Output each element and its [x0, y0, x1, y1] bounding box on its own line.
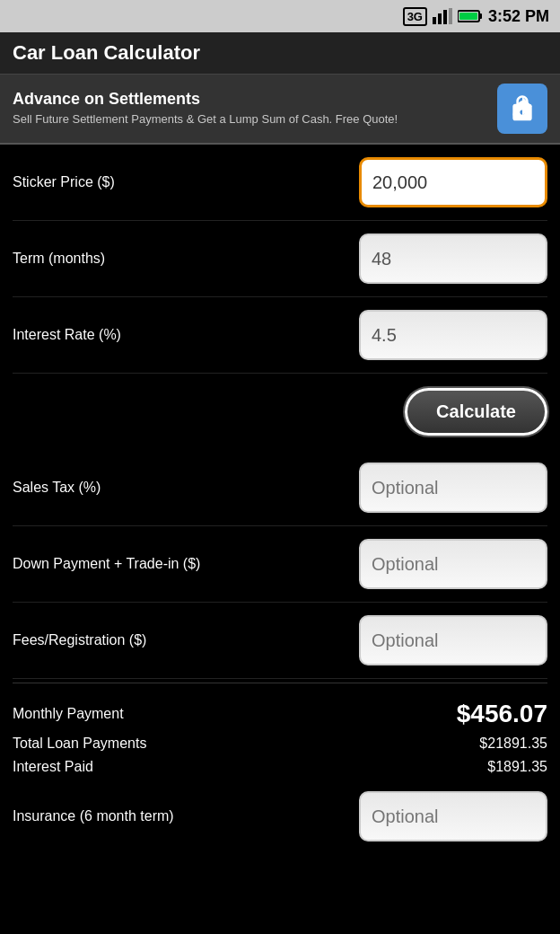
sales-tax-label: Sales Tax (%) — [13, 480, 359, 496]
insurance-row: Insurance (6 month term) — [13, 779, 547, 847]
svg-rect-3 — [449, 8, 452, 24]
network-3g-icon: 3G — [403, 7, 427, 26]
monthly-payment-row: Monthly Payment $456.07 — [13, 696, 547, 732]
calculate-button[interactable]: Calculate — [405, 388, 547, 436]
forward-icon — [508, 94, 537, 123]
insurance-input[interactable] — [359, 791, 547, 841]
total-loan-label: Total Loan Payments — [13, 736, 146, 752]
title-bar: Car Loan Calculator — [0, 32, 560, 75]
ad-subtitle: Sell Future Settlement Payments & Get a … — [13, 112, 398, 128]
svg-rect-6 — [459, 13, 477, 20]
sales-tax-row: Sales Tax (%) — [13, 450, 547, 526]
calculate-row: Calculate — [13, 374, 547, 450]
fees-registration-input[interactable] — [359, 615, 547, 665]
ad-share-button[interactable] — [497, 84, 547, 134]
sticker-price-row: Sticker Price ($) — [13, 145, 547, 221]
status-bar: 3G 3:52 PM — [0, 0, 560, 32]
signal-icon — [433, 8, 452, 24]
down-payment-row: Down Payment + Trade-in ($) — [13, 526, 547, 603]
app-title: Car Loan Calculator — [13, 41, 200, 64]
svg-rect-0 — [433, 17, 436, 24]
term-label: Term (months) — [13, 251, 359, 267]
battery-icon — [458, 9, 483, 23]
ad-title: Advance on Settlements — [13, 90, 398, 109]
svg-rect-5 — [479, 13, 482, 19]
interest-rate-label: Interest Rate (%) — [13, 327, 359, 343]
status-icons: 3G 3:52 PM — [403, 7, 549, 26]
monthly-payment-value: $456.07 — [457, 700, 547, 728]
ad-text-block: Advance on Settlements Sell Future Settl… — [13, 90, 398, 128]
fees-registration-label: Fees/Registration ($) — [13, 632, 359, 648]
sticker-price-input[interactable] — [359, 157, 547, 207]
total-loan-value: $21891.35 — [479, 736, 547, 752]
interest-paid-row: Interest Paid $1891.35 — [13, 755, 547, 779]
term-input[interactable] — [359, 234, 547, 284]
ad-banner: Advance on Settlements Sell Future Settl… — [0, 75, 560, 145]
interest-rate-input[interactable] — [359, 310, 547, 360]
results-section: Monthly Payment $456.07 Total Loan Payme… — [13, 683, 547, 779]
interest-paid-value: $1891.35 — [487, 759, 547, 775]
down-payment-label: Down Payment + Trade-in ($) — [13, 556, 359, 572]
interest-paid-label: Interest Paid — [13, 759, 93, 775]
total-loan-row: Total Loan Payments $21891.35 — [13, 732, 547, 755]
sales-tax-input[interactable] — [359, 463, 547, 513]
term-row: Term (months) — [13, 221, 547, 297]
down-payment-input[interactable] — [359, 539, 547, 589]
sticker-price-label: Sticker Price ($) — [13, 174, 359, 190]
interest-rate-row: Interest Rate (%) — [13, 297, 547, 374]
status-time: 3:52 PM — [488, 7, 549, 26]
svg-rect-2 — [443, 10, 447, 24]
main-content: Sticker Price ($) Term (months) Interest… — [0, 145, 560, 847]
fees-registration-row: Fees/Registration ($) — [13, 603, 547, 679]
monthly-payment-label: Monthly Payment — [13, 706, 124, 722]
svg-rect-1 — [438, 13, 442, 24]
insurance-label: Insurance (6 month term) — [13, 808, 174, 824]
